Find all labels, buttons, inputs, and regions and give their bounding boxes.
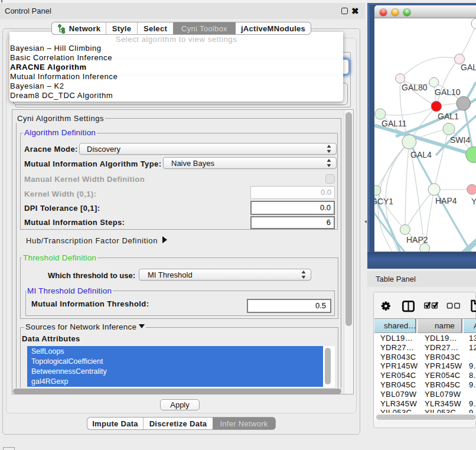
svg-text:GAL80: GAL80	[402, 83, 428, 92]
svg-text:GAL10: GAL10	[435, 87, 461, 97]
svg-text:GAL: GAL	[461, 63, 476, 72]
svg-text:GAL4: GAL4	[410, 150, 432, 159]
svg-text:SWI4: SWI4	[450, 135, 470, 145]
svg-text:Y: Y	[471, 197, 476, 206]
svg-text:GAL11: GAL11	[382, 119, 407, 128]
svg-text:HAP2: HAP2	[406, 235, 428, 244]
svg-text:HAP4: HAP4	[435, 196, 457, 206]
svg-text:GCY1: GCY1	[374, 197, 393, 206]
svg-text:GAL1: GAL1	[438, 112, 459, 121]
